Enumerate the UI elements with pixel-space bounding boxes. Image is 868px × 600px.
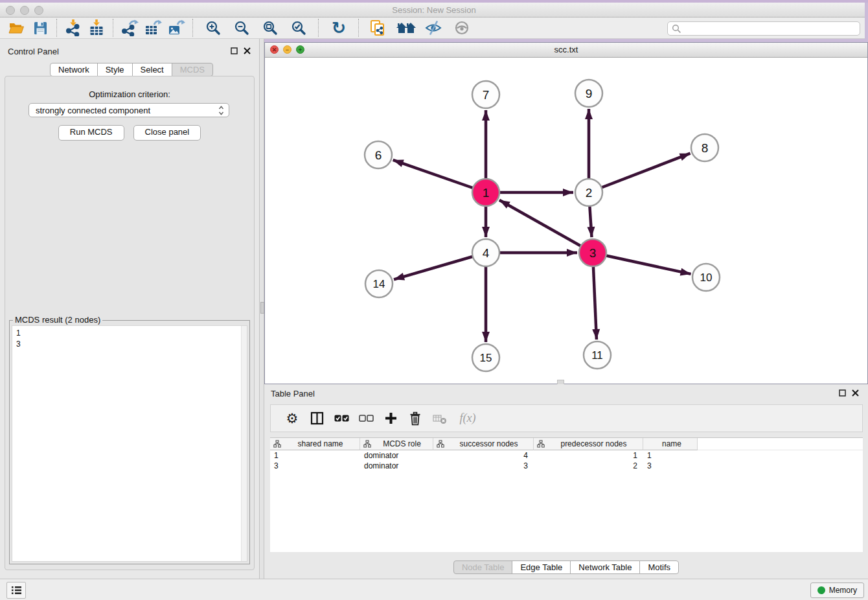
show-details-button[interactable] bbox=[450, 18, 474, 38]
hide-details-button[interactable] bbox=[422, 18, 445, 38]
graph-node-label-9: 9 bbox=[586, 87, 593, 100]
app-window: Session: New Session bbox=[0, 0, 868, 600]
zoom-out-button[interactable] bbox=[230, 18, 253, 38]
graph-node-label-7: 7 bbox=[483, 88, 490, 102]
delete-column-button[interactable] bbox=[403, 408, 428, 430]
add-column-button[interactable] bbox=[378, 408, 403, 430]
export-table-icon bbox=[144, 19, 162, 36]
mcds-result-text[interactable]: 1 3 bbox=[12, 325, 247, 562]
refresh-layout-button[interactable]: ↻ bbox=[327, 18, 350, 38]
column-header-label: MCDS role bbox=[371, 439, 433, 448]
sort-hierarchy-icon bbox=[437, 440, 444, 448]
select-all-button[interactable] bbox=[329, 408, 354, 430]
homes-icon bbox=[396, 21, 417, 35]
column-header-name[interactable]: name bbox=[643, 438, 698, 450]
zoom-out-icon bbox=[234, 20, 250, 36]
close-panel-button[interactable]: Close panel bbox=[133, 125, 201, 141]
float-panel-icon[interactable] bbox=[231, 47, 238, 54]
dropdown-stepper-icon bbox=[218, 105, 225, 116]
table-cell[interactable]: 3 bbox=[643, 461, 698, 471]
tab-motifs[interactable]: Motifs bbox=[639, 560, 679, 574]
export-table-button[interactable] bbox=[141, 18, 165, 38]
graph-node-label-10: 10 bbox=[700, 271, 713, 284]
tab-mcds[interactable]: MCDS bbox=[172, 63, 213, 76]
mcds-result-group: MCDS result (2 nodes) 1 3 bbox=[9, 320, 250, 564]
node-table: shared nameMCDS rolesuccessor nodesprede… bbox=[270, 437, 863, 552]
network-window-titlebar[interactable]: ✕ − + scc.txt bbox=[265, 43, 867, 58]
criterion-dropdown[interactable]: strongly connected component bbox=[29, 103, 229, 117]
sort-hierarchy-icon bbox=[273, 440, 281, 448]
status-bar: Memory bbox=[0, 579, 868, 600]
tab-select[interactable]: Select bbox=[132, 63, 172, 76]
import-network-button[interactable] bbox=[62, 18, 85, 38]
zoom-fit-icon bbox=[262, 20, 279, 36]
column-header-successor-nodes[interactable]: successor nodes bbox=[433, 438, 534, 450]
table-header-row: shared nameMCDS rolesuccessor nodesprede… bbox=[270, 438, 863, 450]
graph-node-label-2: 2 bbox=[586, 186, 593, 200]
task-history-button[interactable] bbox=[6, 582, 26, 599]
column-header-predecessor-nodes[interactable]: predecessor nodes bbox=[534, 438, 643, 450]
refresh-icon: ↻ bbox=[332, 19, 346, 36]
save-session-button[interactable] bbox=[29, 18, 52, 38]
search-input[interactable] bbox=[681, 23, 860, 34]
graph-edge-3-10[interactable] bbox=[593, 253, 691, 274]
run-mcds-button[interactable]: Run MCDS bbox=[58, 125, 124, 141]
close-table-panel-icon[interactable] bbox=[852, 389, 859, 397]
table-cell[interactable]: dominator bbox=[360, 461, 433, 471]
table-cell[interactable]: 3 bbox=[270, 461, 360, 471]
table-cell[interactable]: 4 bbox=[433, 450, 534, 461]
table-settings-button[interactable]: ⚙ bbox=[280, 408, 304, 430]
search-field[interactable] bbox=[667, 21, 860, 36]
column-header-label: shared name bbox=[281, 439, 360, 448]
import-table-icon bbox=[88, 19, 105, 36]
graph-edge-1-6[interactable] bbox=[393, 160, 486, 192]
column-header-shared-name[interactable]: shared name bbox=[270, 438, 360, 450]
graph-node-label-11: 11 bbox=[591, 349, 603, 362]
table-cell[interactable]: 1 bbox=[270, 450, 360, 461]
apply-function-button[interactable]: f(x) bbox=[452, 408, 483, 430]
eye-icon bbox=[453, 19, 470, 36]
table-cell[interactable]: 3 bbox=[433, 461, 534, 471]
tab-edge-table[interactable]: Edge Table bbox=[512, 560, 571, 574]
toolbar-separator bbox=[56, 19, 57, 37]
graph-edge-2-8[interactable] bbox=[589, 154, 691, 192]
trash-icon bbox=[409, 411, 422, 426]
delete-table-button[interactable] bbox=[428, 408, 452, 430]
open-session-button[interactable] bbox=[5, 18, 29, 38]
save-icon bbox=[33, 21, 48, 36]
table-cell[interactable]: dominator bbox=[360, 450, 433, 461]
table-cell[interactable]: 1 bbox=[643, 450, 698, 461]
tab-node-table[interactable]: Node Table bbox=[453, 560, 513, 574]
export-image-button[interactable] bbox=[165, 18, 188, 38]
graph-edge-3-1[interactable] bbox=[499, 200, 593, 253]
zoom-selected-button[interactable] bbox=[287, 18, 310, 38]
result-scrollbar[interactable] bbox=[241, 326, 247, 561]
network-canvas[interactable]: 7968124314101511 bbox=[265, 57, 867, 383]
table-cell[interactable]: 1 bbox=[534, 450, 643, 461]
memory-button[interactable]: Memory bbox=[810, 583, 864, 598]
optimization-criterion-label: Optimization criterion: bbox=[5, 89, 254, 99]
tab-style[interactable]: Style bbox=[97, 63, 133, 76]
zoom-fit-button[interactable] bbox=[258, 18, 282, 38]
gear-icon: ⚙ bbox=[286, 411, 299, 426]
table-row: 3dominator323 bbox=[270, 461, 863, 471]
table-cell[interactable]: 2 bbox=[534, 461, 643, 471]
unchecked-boxes-icon bbox=[359, 415, 374, 422]
clone-network-button[interactable] bbox=[366, 18, 389, 38]
network-overview-button[interactable] bbox=[394, 18, 418, 38]
graph-node-label-1: 1 bbox=[483, 186, 490, 200]
import-table-button[interactable] bbox=[85, 18, 108, 38]
network-window-title: scc.txt bbox=[265, 45, 867, 54]
column-header-MCDS-role[interactable]: MCDS role bbox=[360, 438, 433, 450]
eye-slash-icon bbox=[425, 19, 442, 36]
toggle-columns-button[interactable] bbox=[304, 408, 329, 430]
export-network-button[interactable] bbox=[118, 18, 141, 38]
float-table-panel-icon[interactable] bbox=[839, 389, 846, 397]
zoom-in-button[interactable] bbox=[201, 18, 225, 38]
tab-network[interactable]: Network bbox=[50, 63, 98, 76]
search-icon bbox=[672, 24, 681, 34]
deselect-all-button[interactable] bbox=[354, 408, 378, 430]
close-panel-icon[interactable] bbox=[244, 47, 251, 54]
graph-node-label-3: 3 bbox=[589, 246, 597, 260]
tab-network-table[interactable]: Network Table bbox=[570, 560, 640, 574]
